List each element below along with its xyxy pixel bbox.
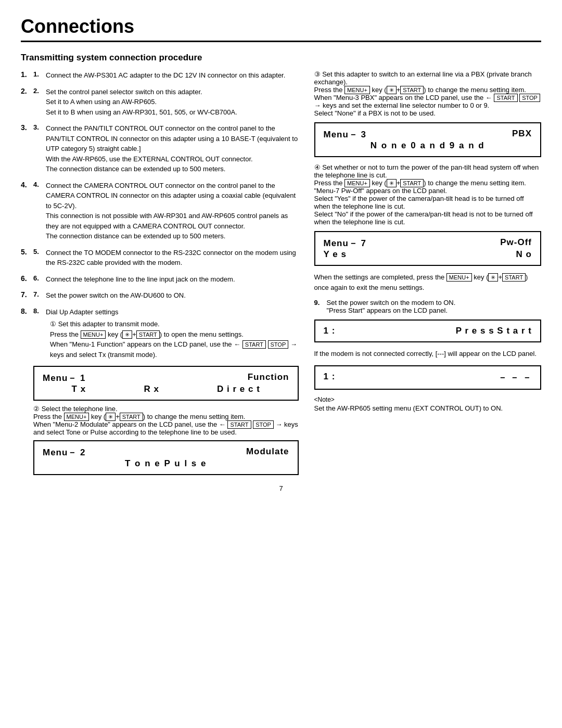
star-key: ✳: [106, 413, 116, 421]
note-section: <Note> Set the AW-RP605 setting menu (EX…: [314, 396, 542, 414]
menu-key: MENU+: [446, 273, 472, 282]
note-label: <Note>: [314, 396, 542, 403]
circle-num: ④: [314, 163, 323, 171]
step-line2: "Press Start" appears on the LCD panel.: [327, 306, 448, 314]
lcd-menu-3: Menu－ 3 PBX N o n e 0 a n d 9 a n d: [314, 122, 542, 157]
after-press-text: If the modem is not connected correctly,…: [314, 349, 542, 359]
sub-step-4: ④ Set whether or not to turn the power o…: [314, 163, 542, 226]
step-number: 4.: [33, 181, 43, 241]
lcd-row-1: Menu－ 1 Function: [43, 372, 289, 384]
menu-key: MENU+: [344, 179, 370, 187]
circle-num: ③: [314, 70, 323, 78]
lcd-yes: Y e s: [324, 249, 347, 260]
start-key: START: [242, 340, 266, 349]
lcd-row-2: T o n e P u l s e: [43, 458, 289, 469]
step-number: 2.: [33, 87, 43, 118]
star-key: ✳: [122, 330, 132, 339]
lcd-label-left: Menu－ 7: [324, 237, 367, 249]
step-9: 9. Set the power switch on the modem to …: [314, 299, 542, 314]
list-item: 2. Set the control panel selector switch…: [21, 87, 299, 118]
lcd-tx: T x: [72, 384, 86, 394]
list-item: 1. Connect the AW-PS301 AC adapter to th…: [21, 70, 299, 81]
step-number: 8.: [33, 307, 43, 360]
lcd-label-left: Menu－ 3: [324, 129, 367, 141]
lcd-label-right: PBX: [512, 129, 532, 141]
lcd-rx: R x: [144, 384, 159, 394]
step-number: 9.: [314, 299, 324, 314]
page-title: Connections: [21, 16, 541, 42]
sub-step-1: ① Set this adapter to transmit mode. Pre…: [46, 319, 299, 360]
circle-num: ②: [33, 405, 42, 413]
star-key: ✳: [488, 273, 498, 282]
lcd-label-left: Menu－ 2: [43, 446, 86, 458]
lcd-row-2: N o n e 0 a n d 9 a n d: [324, 141, 532, 151]
star-key: ✳: [387, 179, 397, 187]
lcd-press-start: 1 : P r e s s S t a r t: [314, 320, 542, 342]
lcd-label-right: Modulate: [246, 446, 289, 458]
lcd-num: 1 :: [324, 326, 336, 336]
start-key: START: [400, 86, 424, 94]
left-column: 1. Connect the AW-PS301 AC adapter to th…: [21, 70, 299, 479]
start-key: START: [136, 330, 160, 339]
stop-key: STOP: [519, 94, 540, 102]
sub-step-2: ② Select the telephone line. Press the M…: [21, 405, 299, 436]
step-text: Connect the telephone line to the line i…: [46, 274, 299, 285]
lcd-row-1: Menu－ 7 Pw-Off: [324, 237, 532, 249]
list-item: 5. Connect the TO MODEM connector to the…: [21, 248, 299, 268]
lcd-menu-7: Menu－ 7 Pw-Off Y e s N o: [314, 231, 542, 266]
lcd-label-left: Menu－ 1: [43, 372, 86, 384]
right-column: ③ Set this adapter to switch to an exter…: [314, 70, 542, 479]
menu-key: MENU+: [81, 330, 106, 339]
page-number: 7: [21, 484, 541, 492]
menu-key: MENU+: [64, 413, 90, 421]
step-text: Connect the TO MODEM connector to the RS…: [46, 248, 299, 268]
sub-step-3: ③ Set this adapter to switch to an exter…: [314, 70, 542, 117]
lcd-row-1: 1 : P r e s s S t a r t: [324, 326, 532, 336]
step-number: 5.: [33, 248, 43, 268]
settings-complete-text: When the settings are completed, press t…: [314, 272, 542, 292]
lcd-press-start-text: P r e s s S t a r t: [456, 326, 532, 336]
start-key: START: [120, 413, 143, 421]
stop-key: STOP: [253, 420, 274, 429]
lcd-row-1: 1 : － － －: [324, 372, 532, 384]
list-item: 8. Dial Up Adapter settings ① Set this a…: [21, 307, 299, 360]
lcd-dashes: 1 : － － －: [314, 365, 542, 390]
section-subtitle: Transmitting system connection procedure: [21, 53, 541, 63]
lcd-row-2: T x R x D i r e c t: [43, 384, 289, 394]
lcd-dashes-text: － － －: [498, 372, 532, 384]
lcd-row-1: Menu－ 3 PBX: [324, 129, 532, 141]
menu-key: MENU+: [344, 86, 370, 94]
step-text: Connect the AW-PS301 AC adapter to the D…: [46, 71, 285, 79]
list-item: 6. Connect the telephone line to the lin…: [21, 274, 299, 285]
step-text: Set the control panel selector switch on…: [46, 88, 202, 96]
step-text: Set the power switch on the modem to ON.: [327, 299, 456, 306]
lcd-row-2: Y e s N o: [324, 249, 532, 260]
lcd-no: N o: [516, 249, 532, 260]
list-item: 4. Connect the CAMERA CONTROL OUT connec…: [21, 181, 299, 241]
lcd-menu-1: Menu－ 1 Function T x R x D i r e c t: [33, 366, 299, 401]
lcd-direct: D i r e c t: [217, 384, 260, 394]
list-item: 3. Connect the PAN/TILT CONTROL OUT conn…: [21, 123, 299, 174]
start-key: START: [227, 420, 251, 429]
lcd-label-right: Function: [248, 372, 289, 384]
step-number: 6.: [33, 274, 43, 285]
start-key: START: [400, 179, 424, 187]
step-line: Set it to B when using an AW-RP301, 501,…: [46, 108, 237, 116]
step-number: 7.: [33, 290, 43, 301]
stop-key: STOP: [268, 340, 289, 349]
star-key: ✳: [387, 86, 397, 94]
step-number: 1.: [33, 70, 43, 81]
lcd-menu-2: Menu－ 2 Modulate T o n e P u l s e: [33, 440, 299, 475]
step-number: 3.: [33, 123, 43, 174]
lcd-label-right: Pw-Off: [500, 237, 532, 249]
circle-num: ①: [50, 320, 58, 328]
start-key: START: [502, 273, 526, 282]
start-key: START: [494, 94, 517, 102]
lcd-row-1: Menu－ 2 Modulate: [43, 446, 289, 458]
note-text: Set the AW-RP605 setting menu (EXT CONTR…: [314, 403, 542, 414]
lcd-num: 1 :: [324, 372, 336, 384]
list-item: 7. Set the power switch on the AW-DU600 …: [21, 290, 299, 301]
step-text: Dial Up Adapter settings: [46, 308, 118, 316]
step-text: Set the power switch on the AW-DU600 to …: [46, 290, 299, 301]
step-line: Set it to A when using an AW-RP605.: [46, 98, 157, 106]
